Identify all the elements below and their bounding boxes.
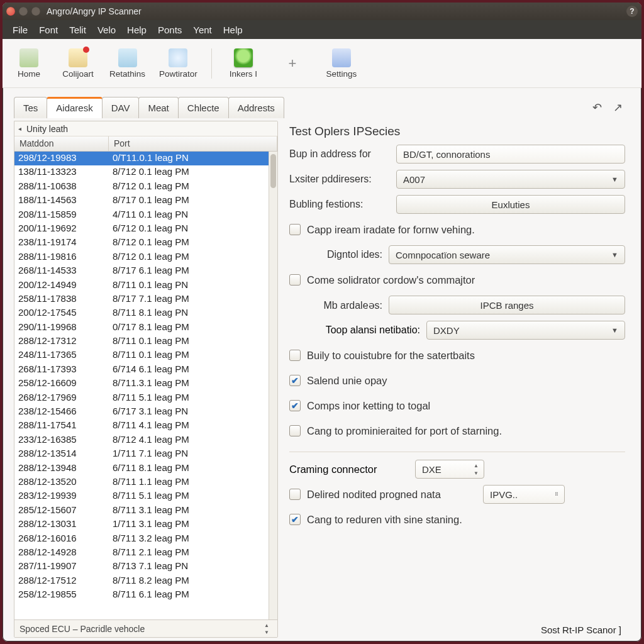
checkbox-buily[interactable] (289, 350, 301, 361)
table-row[interactable]: 288/12-139486/711 8.1 leag PM (14, 462, 277, 475)
maximize-window-icon[interactable] (31, 7, 40, 16)
status-stepper[interactable]: ▲▼ (261, 622, 272, 636)
table-row[interactable]: 258/12-166098/711.3.1 leag PM (14, 377, 277, 391)
checkbox-capp[interactable] (289, 224, 301, 235)
table-row[interactable]: 200/12-149498/711 0.1 leag PN (14, 279, 277, 292)
toolbar-colijoart[interactable]: Colijoart (60, 48, 96, 79)
app-window: Angro/Angry IP Scanner ? File Font Telit… (3, 3, 641, 641)
col-header-matddon[interactable]: Matddon (14, 136, 109, 151)
label-address: Bup in address for (289, 148, 396, 160)
bubling-button[interactable]: Euxluties (396, 195, 625, 214)
grid-body[interactable]: 298/12-199830/T11.0.1 leag PN138/11-1332… (14, 152, 277, 619)
col-header-port[interactable]: Port (109, 136, 277, 151)
table-row[interactable]: 288/12-149288/711 2.1 leag PM (14, 546, 277, 560)
table-row[interactable]: 287/11-199078/713 7.1 leag PN (14, 560, 277, 574)
table-row[interactable]: 258/12-198558/711 6.1 leag PM (14, 588, 277, 602)
toolbar-add[interactable]: + (275, 55, 310, 72)
magnifier-icon (169, 48, 187, 67)
redo-icon[interactable]: ↗ (613, 101, 623, 114)
table-row[interactable]: 248/11-173658/711 0.1 leag PM (14, 348, 277, 362)
row-chk-salend: ✔ Salend unie opay (289, 371, 625, 390)
table-row[interactable]: 298/12-199830/T11.0.1 leag PN (14, 152, 277, 165)
table-row[interactable]: 188/11-145638/717 0.1 leag PM (14, 194, 277, 208)
tab-dav[interactable]: DAV (102, 97, 140, 118)
document-badge-icon (69, 48, 87, 67)
minimize-window-icon[interactable] (19, 7, 28, 16)
table-row[interactable]: 288/12-173128/711 0.1 leag PM (14, 335, 277, 348)
tab-addrests[interactable]: Addrests (228, 97, 284, 118)
toolbar-powtirator[interactable]: Powtirator (159, 48, 197, 79)
table-row[interactable]: 208/11-158594/711 0.1 leag PN (14, 208, 277, 222)
row-chk-cang2: ✔ Cang to reduren vith sine staning. (289, 510, 625, 529)
table-row[interactable]: 238/11-191748/712 0.1 leag PM (14, 236, 277, 250)
digntol-combo[interactable]: Comnpocatïon seware▼ (389, 245, 625, 264)
toolbar-home[interactable]: Home (11, 48, 47, 79)
table-row[interactable]: 288/12-135141/711 7.1 leag PN (14, 447, 277, 461)
table-row[interactable]: 138/11-133238/712 0.1 leag PM (14, 165, 277, 179)
checkbox-delired[interactable] (289, 489, 301, 500)
menu-help1[interactable]: Help (122, 22, 152, 38)
collapse-arrow-icon[interactable]: ◂ (18, 125, 21, 132)
toolbar-retathins[interactable]: Retathins (109, 48, 145, 79)
table-row[interactable]: 288/11-198168/712 0.1 leag PM (14, 250, 277, 264)
table-row[interactable]: 268/12-179698/711 5.1 leag PM (14, 391, 277, 405)
table-row[interactable]: 200/11-196926/712 0.1 leag PN (14, 222, 277, 236)
label-chk-capp: Capp iream iradate for fornw vehing. (307, 224, 475, 236)
table-row[interactable]: 288/12-130311/711 3.1 leag PM (14, 518, 277, 531)
tab-chlecte[interactable]: Chlecte (178, 97, 229, 118)
table-row[interactable]: 268/11-145338/717 6.1 leag PM (14, 264, 277, 278)
grid-header: Matddon Port (14, 136, 277, 152)
menu-ponts[interactable]: Ponts (153, 22, 187, 38)
window-title: Angro/Angry IP Scanner (47, 6, 142, 16)
help-icon[interactable]: ? (626, 6, 638, 17)
table-row[interactable]: 258/11-178388/717 7.1 leag PM (14, 292, 277, 306)
table-row[interactable]: 233/12-163858/712 4.1 leag PM (14, 433, 277, 447)
label-bubling: Bubling festions: (289, 199, 396, 210)
row-address: Bup in address for (289, 145, 625, 164)
table-row[interactable]: 288/12-135208/711 1.1 leag PM (14, 475, 277, 489)
table-row[interactable]: 238/12-154666/717 3.1 leag PN (14, 405, 277, 419)
toop-combo[interactable]: DXDY▼ (426, 321, 625, 340)
settings-icon (332, 48, 351, 67)
menu-file[interactable]: File (8, 22, 33, 38)
table-row[interactable]: 285/12-156078/711 3.1 leag PM (14, 504, 277, 518)
lxsiter-combo[interactable]: A007▼ (396, 170, 625, 189)
table-row[interactable]: 290/11-199680/717 8.1 leag PM (14, 321, 277, 335)
mb-button[interactable]: IPCB ranges (389, 296, 625, 314)
toolbar-separator (211, 48, 212, 79)
toolbar-settings[interactable]: Settings (324, 48, 359, 79)
table-row[interactable]: 283/12-199398/711 5.1 leag PM (14, 489, 277, 503)
delired-field[interactable]: IPVG.. ⠿ (483, 485, 565, 504)
checkbox-comps[interactable]: ✔ (289, 400, 301, 411)
craming-spinner[interactable]: DXE ▲▼ (415, 460, 484, 479)
table-row[interactable]: 288/11-106388/712 0.1 leag PM (14, 180, 277, 194)
tab-meat[interactable]: Meat (138, 97, 178, 118)
table-row[interactable]: 200/12-175458/711 8.1 leag PN (14, 306, 277, 320)
table-row[interactable]: 288/12-175128/711 8.2 leag PM (14, 574, 277, 588)
toolbar-inkers[interactable]: Inkers I (226, 48, 261, 79)
spinner-arrows-icon[interactable]: ▲▼ (471, 462, 481, 477)
grid-scrollbar[interactable] (269, 152, 277, 619)
scrollbar-thumb[interactable] (270, 154, 276, 188)
table-row[interactable]: 268/11-173936/714 6.1 leag PM (14, 363, 277, 377)
left-panel: ◂ Unity leath Matddon Port 298/12-199830… (14, 121, 278, 638)
menu-telit[interactable]: Telit (64, 22, 91, 38)
tab-aidaresk[interactable]: Aidaresk (47, 97, 102, 118)
table-row[interactable]: 268/12-160168/711 3.2 leag PM (14, 532, 277, 546)
right-panel: Test Oplers IPSecies Bup in address for … (284, 121, 630, 638)
checkbox-come[interactable] (289, 274, 301, 286)
table-row[interactable]: 288/11-175418/711 4.1 leag PM (14, 419, 277, 433)
menu-font[interactable]: Font (34, 22, 63, 38)
tab-tes[interactable]: Tes (14, 97, 47, 118)
field-options-icon[interactable]: ⠿ (552, 487, 562, 502)
menu-help2[interactable]: Help (218, 22, 248, 38)
checkbox-salend[interactable]: ✔ (289, 375, 301, 386)
left-path[interactable]: ◂ Unity leath (14, 121, 277, 136)
menu-velo[interactable]: Velo (92, 22, 121, 38)
address-input[interactable] (396, 145, 625, 164)
checkbox-cang2[interactable]: ✔ (289, 514, 301, 525)
menu-yent[interactable]: Yent (188, 22, 216, 38)
checkbox-cang1[interactable] (289, 425, 301, 436)
close-window-icon[interactable] (6, 7, 15, 16)
undo-icon[interactable]: ↶ (592, 101, 602, 114)
